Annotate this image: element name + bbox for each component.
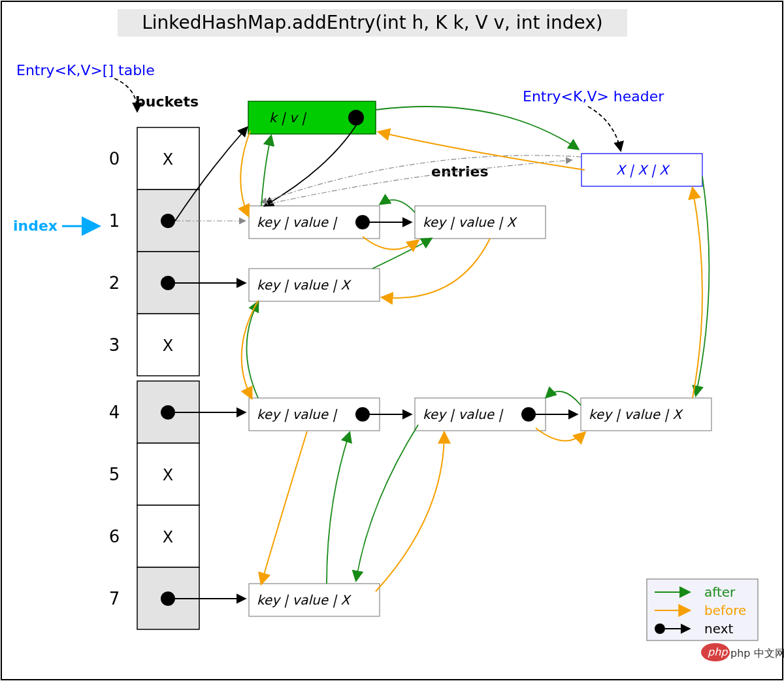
bucket-index: 4	[109, 403, 120, 422]
header-entry-text: X | X | X	[616, 162, 670, 178]
entry-text: key | value |	[257, 214, 338, 230]
bucket-index: 5	[109, 465, 120, 484]
bucket-index: 7	[109, 589, 120, 608]
diagram-canvas: LinkedHashMap.addEntry(int h, K k, V v, …	[0, 0, 784, 681]
bucket-index: 3	[109, 335, 120, 355]
entry-next-dot	[521, 407, 536, 422]
bucket-index: 0	[109, 149, 120, 169]
bucket-cell: X	[163, 528, 173, 546]
buckets-heading: buckets	[135, 93, 199, 110]
bucket-cell	[161, 405, 175, 420]
svg-text:php: php	[708, 646, 728, 658]
new-entry-next-dot	[348, 110, 364, 125]
entry-text: key | value | X	[423, 214, 518, 230]
bucket-cell	[161, 276, 175, 290]
page-title: LinkedHashMap.addEntry(int h, K k, V v, …	[142, 12, 603, 33]
entry-text: key | value |	[423, 407, 504, 422]
legend-next: next	[704, 621, 733, 637]
entry-text: key | value | X	[257, 592, 352, 608]
index-label: index	[13, 218, 57, 234]
legend-after: after	[704, 584, 736, 600]
bucket-cell: X	[163, 466, 173, 484]
bucket-index: 2	[109, 273, 120, 293]
bucket-cell: X	[163, 337, 173, 355]
table-label: Entry<K,V>[] table	[16, 62, 155, 78]
svg-text:php 中文网: php 中文网	[730, 647, 784, 659]
entry-text: key | value | X	[257, 277, 352, 293]
entry-text: key | value | X	[589, 407, 684, 422]
header-label: Entry<K,V> header	[523, 88, 664, 105]
new-entry-text: k | v |	[269, 110, 307, 125]
entry-text: key | value |	[257, 407, 338, 422]
svg-point-11	[655, 623, 665, 634]
entry-next-dot	[355, 407, 370, 422]
legend: after before next	[647, 579, 758, 640]
entry-next-dot	[355, 215, 370, 229]
bucket-index: 1	[109, 211, 120, 231]
bucket-index: 6	[109, 527, 120, 546]
bucket-cell: X	[163, 150, 173, 169]
bucket-cell	[161, 591, 175, 606]
legend-before: before	[704, 603, 746, 618]
bucket-cell	[161, 214, 175, 228]
